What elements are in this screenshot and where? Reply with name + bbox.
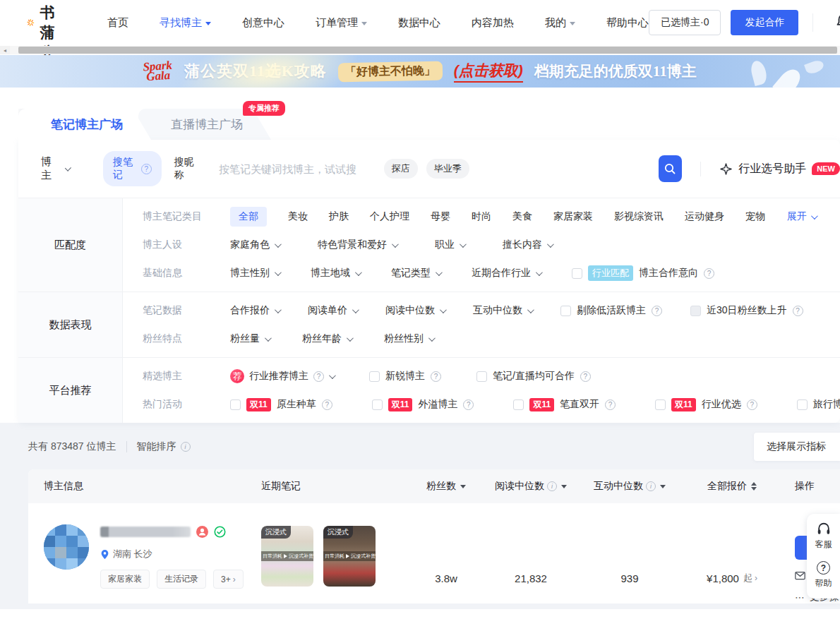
nav-help-center[interactable]: 帮助中心	[606, 16, 649, 30]
help-icon[interactable]	[580, 371, 591, 382]
dropdown-industry-recommended[interactable]: 荐 行业推荐博主	[230, 369, 334, 383]
customer-service-button[interactable]: 客服	[815, 522, 832, 551]
checkbox[interactable]	[655, 399, 666, 410]
expand-button[interactable]: 展开	[787, 210, 816, 223]
help-icon[interactable]	[605, 399, 616, 410]
start-cooperation-button[interactable]: 发起合作	[731, 10, 798, 35]
help-icon[interactable]	[141, 164, 152, 174]
checkbox[interactable]	[230, 399, 241, 410]
scrollbar-thumb[interactable]	[18, 47, 837, 54]
help-icon[interactable]	[652, 306, 662, 316]
avatar[interactable]	[44, 524, 89, 570]
hot-search-tag[interactable]: 毕业季	[426, 159, 469, 179]
banner-click-link[interactable]: (点击获取)	[454, 61, 523, 83]
category-option[interactable]: 个人护理	[370, 210, 409, 223]
horizontal-scrollbar[interactable]	[0, 45, 840, 55]
checkbox-d11-native[interactable]: 双11原生种草	[230, 398, 332, 411]
column-read-median-sort[interactable]: 阅读中位数	[481, 480, 580, 493]
select-metrics-button[interactable]: 选择展示指标	[754, 433, 840, 461]
info-icon[interactable]	[646, 481, 656, 491]
promo-banner[interactable]: SparkGala 蒲公英双11选K攻略 「好博主不怕晚」 (点击获取) 档期充…	[0, 55, 840, 88]
info-icon[interactable]	[547, 481, 557, 491]
nav-content-heating[interactable]: 内容加热	[472, 16, 514, 30]
note-thumbnail[interactable]: 沉浸式 日常消耗沉浸式补货	[323, 526, 376, 587]
category-option[interactable]: 宠物	[745, 210, 765, 223]
help-icon[interactable]	[463, 399, 474, 410]
checkbox-remove-inactive[interactable]: 剔除低活跃博主	[560, 304, 662, 317]
checkbox[interactable]	[372, 399, 383, 410]
help-icon[interactable]	[704, 268, 714, 279]
checkbox[interactable]	[369, 371, 380, 382]
checkbox[interactable]	[797, 399, 808, 410]
checkbox-industry-match[interactable]: 行业匹配 博主合作意向	[572, 265, 714, 281]
checkbox-d11-double-open[interactable]: 双11笔直双开	[513, 398, 616, 411]
column-price-sort[interactable]: 全部报价	[679, 480, 785, 493]
scroll-left-arrow-icon[interactable]	[0, 46, 10, 54]
search-mode-nickname[interactable]: 搜昵称	[174, 156, 200, 181]
help-icon[interactable]	[322, 399, 332, 410]
search-mode-note[interactable]: 搜笔记	[103, 151, 162, 186]
nav-order-management[interactable]: 订单管理	[316, 16, 367, 30]
dropdown-note-type[interactable]: 笔记类型	[391, 267, 440, 280]
column-fans-sort[interactable]: 粉丝数	[411, 480, 481, 493]
checkbox[interactable]	[690, 306, 701, 316]
checkbox-d11-industry-select[interactable]: 双11行业优选	[655, 398, 757, 411]
nav-data-center[interactable]: 数据中心	[398, 16, 440, 30]
checkbox[interactable]	[572, 268, 582, 279]
category-option[interactable]: 美食	[512, 210, 532, 223]
price-value[interactable]: ¥1,800 起	[679, 524, 785, 603]
column-engage-median-sort[interactable]: 互动中位数	[580, 480, 679, 493]
category-option[interactable]: 时尚	[472, 210, 491, 223]
hot-search-tag[interactable]: 探店	[384, 159, 418, 179]
help-icon[interactable]	[793, 306, 803, 316]
search-input[interactable]	[219, 163, 376, 175]
category-option[interactable]: 美妆	[288, 210, 308, 223]
dropdown-family-role[interactable]: 家庭角色	[230, 239, 280, 251]
dropdown-gender[interactable]: 博主性别	[230, 267, 280, 280]
dropdown-content-specialty[interactable]: 擅长内容	[503, 239, 552, 251]
dropdown-background-hobby[interactable]: 特色背景和爱好	[318, 239, 397, 251]
dropdown-read-median[interactable]: 阅读中位数	[385, 304, 445, 317]
scrollbar-track[interactable]	[10, 46, 840, 54]
dropdown-occupation[interactable]: 职业	[435, 239, 464, 251]
notification-bell[interactable]: 99+	[834, 12, 840, 33]
checkbox[interactable]	[476, 371, 487, 382]
category-option[interactable]: 运动健身	[685, 210, 724, 223]
dropdown-read-unit-price[interactable]: 阅读单价	[308, 304, 357, 317]
category-option[interactable]: 影视综资讯	[614, 210, 664, 223]
checkbox-fans-rising[interactable]: 近30日粉丝数上升	[690, 304, 803, 317]
help-icon[interactable]	[313, 371, 324, 382]
checkbox-d11-overflow[interactable]: 双11外溢博主	[372, 398, 474, 411]
checkbox-travel-blogger[interactable]: 旅行博主	[797, 398, 840, 411]
help-icon[interactable]	[431, 371, 441, 382]
info-icon[interactable]	[181, 442, 191, 452]
tag-more[interactable]: 3+	[213, 570, 244, 589]
dropdown-coop-price[interactable]: 合作报价	[230, 304, 280, 317]
selected-bloggers-button[interactable]: 已选博主·0	[649, 10, 721, 35]
nav-find-bloggers[interactable]: 寻找博主	[160, 16, 211, 30]
nav-home[interactable]: 首页	[107, 16, 128, 30]
blurred-blogger-name[interactable]	[100, 527, 191, 537]
category-all[interactable]: 全部	[230, 207, 267, 227]
search-button[interactable]	[659, 155, 683, 182]
help-button[interactable]: 帮助	[815, 561, 832, 589]
checkbox[interactable]	[513, 399, 524, 410]
category-option[interactable]: 护肤	[329, 210, 349, 223]
help-icon[interactable]	[747, 399, 757, 410]
nav-mine[interactable]: 我的	[545, 16, 575, 30]
checkbox-note-live-both[interactable]: 笔记/直播均可合作	[476, 370, 591, 383]
checkbox[interactable]	[560, 306, 571, 316]
dropdown-region[interactable]: 博主地域	[311, 267, 360, 280]
dropdown-recent-industry[interactable]: 近期合作行业	[472, 267, 541, 280]
category-option[interactable]: 母婴	[431, 210, 450, 223]
note-thumbnail[interactable]: 沉浸式 日常消耗沉浸式补货	[261, 526, 313, 587]
industry-assistant-link[interactable]: 行业选号助手 NEW	[700, 162, 840, 176]
dropdown-engage-median[interactable]: 互动中位数	[473, 304, 532, 317]
checkbox-rising-blogger[interactable]: 新锐博主	[369, 370, 441, 383]
category-option[interactable]: 家居家装	[553, 210, 593, 223]
nav-creative-center[interactable]: 创意中心	[242, 16, 284, 30]
dropdown-fans-age[interactable]: 粉丝年龄	[302, 332, 352, 345]
dropdown-fans-count[interactable]: 粉丝量	[230, 332, 270, 345]
scope-dropdown[interactable]: 博主	[41, 155, 69, 182]
tab-note-blogger-plaza[interactable]: 笔记博主广场	[18, 109, 151, 140]
